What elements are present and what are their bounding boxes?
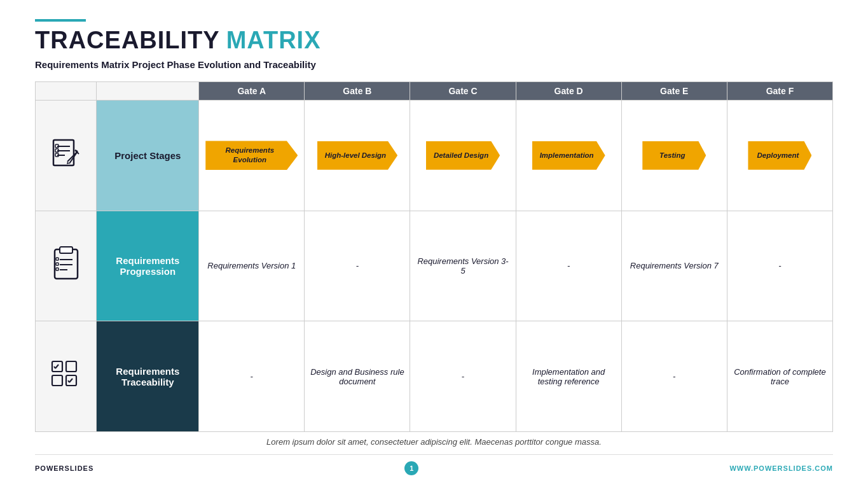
progression-gate-c: Requirements Version 3-5 xyxy=(410,211,516,321)
progression-gate-d: - xyxy=(516,211,621,321)
title-teal: MATRIX xyxy=(226,27,321,54)
arrow-requirements-evolution: Requirements Evolution xyxy=(205,141,298,170)
svg-line-25 xyxy=(55,365,59,368)
svg-rect-6 xyxy=(55,153,59,157)
svg-rect-4 xyxy=(55,144,59,148)
footer-brand-left: POWERSLIDES xyxy=(35,464,93,472)
matrix-table: Gate A Gate B Gate C Gate D Gate E Gate … xyxy=(35,81,833,432)
stages-gate-a: Requirements Evolution xyxy=(199,101,305,211)
header-gate-d: Gate D xyxy=(516,82,621,101)
row-requirements-progression: Requirements Progression Requirements Ve… xyxy=(36,211,833,321)
svg-line-27 xyxy=(69,379,72,382)
progression-gate-f: - xyxy=(727,211,832,321)
progression-gate-b: - xyxy=(305,211,410,321)
header-gate-f: Gate F xyxy=(727,82,832,101)
checklist-icon xyxy=(47,246,85,284)
title-row: TRACEABILITY MATRIX xyxy=(35,27,833,54)
svg-rect-19 xyxy=(56,268,59,270)
arrow-high-level-design: High-level Design xyxy=(317,141,398,170)
label-traceability: Requirements Traceability xyxy=(97,321,199,432)
header-gate-b: Gate B xyxy=(305,82,410,101)
progression-gate-e: Requirements Version 7 xyxy=(621,211,727,321)
page: TRACEABILITY MATRIX Requirements Matrix … xyxy=(0,0,868,488)
title-black: TRACEABILITY xyxy=(35,27,220,54)
footer-page-number: 1 xyxy=(404,461,418,475)
header-accent xyxy=(35,19,86,22)
arrow-implementation: Implementation xyxy=(532,141,605,170)
grid-checklist-icon xyxy=(47,356,85,394)
stages-gate-b: High-level Design xyxy=(305,101,410,211)
footer: POWERSLIDES 1 WWW.POWERSLIDES.COM xyxy=(35,454,833,475)
traceability-gate-a: - xyxy=(199,321,305,432)
row-project-stages: Project Stages Requirements Evolution Hi… xyxy=(36,101,833,211)
header-label-cell xyxy=(97,82,199,101)
arrow-testing: Testing xyxy=(642,141,706,170)
traceability-gate-c: - xyxy=(410,321,516,432)
svg-marker-9 xyxy=(67,162,69,164)
svg-rect-13 xyxy=(60,247,72,253)
svg-rect-21 xyxy=(66,361,76,372)
header-gate-c: Gate C xyxy=(410,82,516,101)
svg-rect-17 xyxy=(56,258,59,260)
svg-rect-5 xyxy=(55,149,59,152)
traceability-gate-d: Implementation and testing reference xyxy=(516,321,621,432)
svg-rect-18 xyxy=(56,263,59,265)
stages-gate-d: Implementation xyxy=(516,101,621,211)
checklist-edit-icon xyxy=(47,135,85,173)
header-gate-a: Gate A xyxy=(199,82,305,101)
stages-gate-c: Detailed Design xyxy=(410,101,516,211)
traceability-gate-e: - xyxy=(621,321,727,432)
icon-cell-stages xyxy=(36,101,97,211)
arrow-detailed-design: Detailed Design xyxy=(426,141,500,170)
arrow-deployment: Deployment xyxy=(748,141,811,170)
icon-cell-traceability xyxy=(36,321,97,432)
subtitle: Requirements Matrix Project Phase Evolut… xyxy=(35,59,833,70)
icon-cell-progression xyxy=(36,211,97,321)
stages-gate-f: Deployment xyxy=(727,101,832,211)
caption: Lorem ipsum dolor sit amet, consectetuer… xyxy=(35,432,833,449)
label-progression: Requirements Progression xyxy=(97,211,199,321)
footer-brand-right: WWW.POWERSLIDES.COM xyxy=(729,464,833,472)
progression-gate-a: Requirements Version 1 xyxy=(199,211,305,321)
label-stages: Project Stages xyxy=(97,101,199,211)
stages-gate-e: Testing xyxy=(621,101,727,211)
traceability-gate-f: Confirmation of complete trace xyxy=(727,321,832,432)
row-requirements-traceability: Requirements Traceability - Design and B… xyxy=(36,321,833,432)
header-icon-cell xyxy=(36,82,97,101)
svg-rect-22 xyxy=(52,375,62,386)
traceability-gate-b: Design and Business rule document xyxy=(305,321,410,432)
header-gate-e: Gate E xyxy=(621,82,727,101)
